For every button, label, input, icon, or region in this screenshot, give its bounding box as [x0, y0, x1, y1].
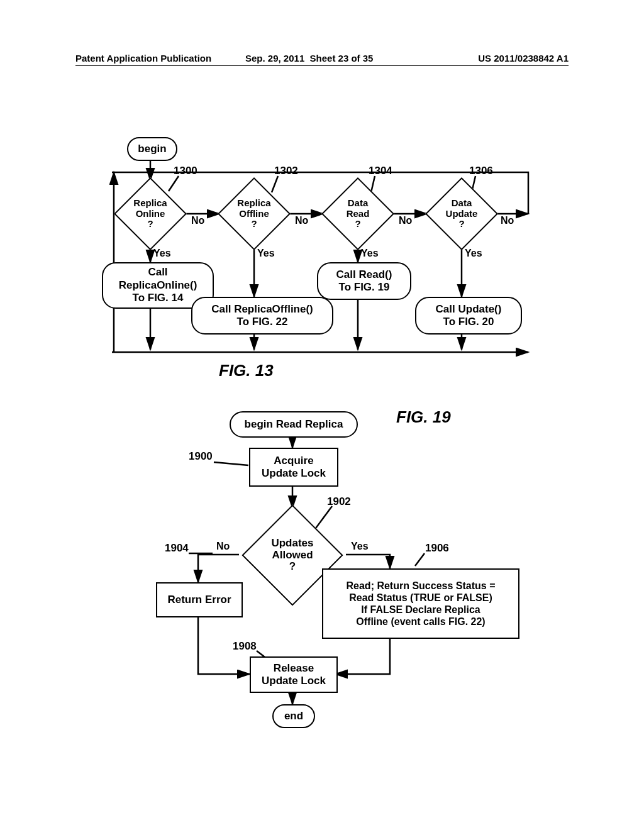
ref-1900: 1900 — [189, 450, 213, 463]
decision-replica-online: Replica Online ? — [116, 179, 185, 248]
call-replica-offline: Call ReplicaOffline() To FIG. 22 — [191, 297, 333, 335]
header-rule — [75, 65, 569, 66]
edge-no-1: No — [191, 215, 204, 226]
decision-replica-offline: Replica Offline ? — [219, 179, 289, 248]
header-pubno: US 2011/0238842 A1 — [478, 53, 569, 64]
edge-yes-1: Yes — [153, 248, 171, 259]
process-acquire-lock: Acquire Update Lock — [249, 448, 338, 487]
ref-1906: 1906 — [425, 542, 449, 555]
call-read: Call Read() To FIG. 19 — [317, 262, 411, 300]
edge-yes-4: Yes — [465, 248, 482, 259]
edge-no-4: No — [501, 215, 514, 226]
fig13-title: FIG. 13 — [219, 361, 274, 380]
edge-no-2: No — [295, 215, 308, 226]
edge-yes-2: Yes — [257, 248, 275, 259]
ref-1904: 1904 — [165, 542, 189, 555]
fig19-begin-terminator: begin Read Replica — [230, 411, 358, 438]
svg-line-21 — [214, 462, 248, 465]
decision-data-read: Data Read ? — [323, 179, 392, 248]
fig19-title: FIG. 19 — [396, 407, 451, 427]
edge-no-3: No — [399, 215, 412, 226]
ref-1300: 1300 — [174, 165, 197, 177]
process-read-return: Read; Return Success Status = Read Statu… — [322, 568, 519, 639]
fig19-end-terminator: end — [272, 704, 315, 728]
call-update: Call Update() To FIG. 20 — [415, 297, 522, 335]
edge-yes-3: Yes — [361, 248, 379, 259]
process-return-error: Return Error — [156, 582, 243, 617]
edge-no-19: No — [216, 541, 230, 552]
ref-1306: 1306 — [469, 165, 493, 177]
decision-data-update: Data Update ? — [427, 179, 496, 248]
header-date: Sep. 29, 2011 Sheet 23 of 35 — [245, 53, 373, 64]
ref-1908: 1908 — [233, 640, 257, 653]
ref-1304: 1304 — [369, 165, 392, 177]
ref-1902: 1902 — [327, 495, 351, 508]
edge-yes-19: Yes — [351, 541, 369, 552]
header-left: Patent Application Publication — [75, 53, 211, 64]
ref-1302: 1302 — [274, 165, 298, 177]
diagram-canvas: begin 1300 1302 1304 1306 Replica Online… — [75, 113, 566, 755]
fig13-begin-terminator: begin — [127, 137, 177, 161]
process-release-lock: Release Update Lock — [250, 656, 338, 693]
svg-line-24 — [415, 553, 425, 566]
